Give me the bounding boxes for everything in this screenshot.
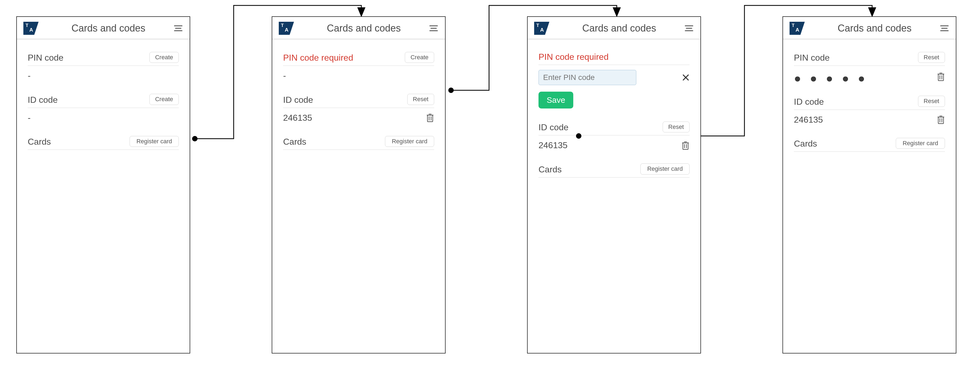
svg-text:T: T bbox=[25, 23, 29, 28]
svg-rect-28 bbox=[683, 143, 688, 149]
id-value: 246135 bbox=[283, 113, 312, 123]
pin-reset-button[interactable]: Reset bbox=[918, 52, 945, 63]
register-card-button[interactable]: Register card bbox=[896, 138, 945, 149]
id-section: ID code Reset 246135 bbox=[283, 94, 434, 123]
id-section: ID code Reset 246135 bbox=[538, 121, 690, 150]
svg-text:A: A bbox=[29, 27, 33, 33]
panel-header: T A Cards and codes bbox=[17, 17, 189, 39]
menu-icon[interactable] bbox=[173, 23, 183, 33]
id-value: 246135 bbox=[538, 140, 568, 150]
flow-dot bbox=[192, 136, 197, 141]
cards-section: Cards Register card bbox=[538, 163, 690, 177]
pin-label: PIN code bbox=[794, 53, 830, 63]
trash-icon[interactable] bbox=[937, 115, 945, 124]
pin-section: PIN code required Create - bbox=[283, 52, 434, 81]
id-section: ID code Create - bbox=[28, 94, 179, 123]
pin-section: PIN code Create - bbox=[28, 52, 179, 81]
flow-dot bbox=[448, 88, 454, 93]
id-reset-button[interactable]: Reset bbox=[663, 121, 690, 133]
register-card-button[interactable]: Register card bbox=[130, 136, 179, 147]
id-label: ID code bbox=[28, 95, 57, 105]
id-value: 246135 bbox=[794, 115, 823, 125]
cards-label: Cards bbox=[283, 137, 306, 147]
pin-value: - bbox=[28, 71, 31, 81]
register-card-button[interactable]: Register card bbox=[385, 136, 434, 147]
pin-input[interactable] bbox=[538, 70, 636, 85]
pin-create-button[interactable]: Create bbox=[405, 52, 434, 63]
trash-icon[interactable] bbox=[426, 113, 434, 122]
svg-text:T: T bbox=[536, 23, 539, 28]
page-title: Cards and codes bbox=[299, 22, 429, 34]
menu-icon[interactable] bbox=[940, 23, 949, 33]
pin-label: PIN code bbox=[28, 53, 64, 63]
id-section: ID code Reset 246135 bbox=[794, 96, 945, 125]
app-logo: T A bbox=[534, 22, 549, 35]
trash-icon[interactable] bbox=[937, 72, 945, 81]
panel-step-4: T A Cards and codes PIN code Reset ● ● ●… bbox=[783, 16, 956, 353]
header-divider bbox=[783, 39, 956, 40]
svg-text:T: T bbox=[281, 23, 284, 28]
pin-value-masked: ● ● ● ● ● bbox=[794, 72, 868, 84]
svg-rect-40 bbox=[938, 74, 943, 81]
svg-rect-45 bbox=[938, 117, 943, 124]
id-reset-button[interactable]: Reset bbox=[407, 94, 434, 105]
svg-text:A: A bbox=[795, 27, 799, 33]
pin-value: - bbox=[283, 71, 286, 81]
svg-text:T: T bbox=[792, 23, 795, 28]
id-value: - bbox=[28, 113, 31, 123]
id-label: ID code bbox=[283, 95, 313, 105]
panel-step-3: T A Cards and codes PIN code required bbox=[527, 16, 701, 353]
cards-label: Cards bbox=[794, 139, 817, 149]
cards-label: Cards bbox=[28, 137, 51, 147]
cards-label: Cards bbox=[538, 165, 562, 174]
pin-section: PIN code Reset ● ● ● ● ● bbox=[794, 52, 945, 83]
pin-label-required: PIN code required bbox=[538, 52, 609, 62]
panel-header: T A Cards and codes bbox=[783, 17, 956, 39]
close-icon[interactable] bbox=[682, 74, 690, 81]
panel-header: T A Cards and codes bbox=[528, 17, 700, 39]
app-logo: T A bbox=[23, 22, 38, 35]
svg-text:A: A bbox=[540, 27, 544, 33]
panel-header: T A Cards and codes bbox=[272, 17, 445, 39]
pin-label-required: PIN code required bbox=[283, 53, 353, 63]
pin-section: PIN code required Save bbox=[538, 52, 690, 109]
cards-section: Cards Register card bbox=[794, 138, 945, 152]
id-label: ID code bbox=[794, 97, 824, 107]
svg-rect-14 bbox=[427, 115, 433, 122]
header-divider bbox=[17, 39, 189, 40]
register-card-button[interactable]: Register card bbox=[640, 163, 690, 174]
app-logo: T A bbox=[789, 22, 805, 35]
page-title: Cards and codes bbox=[810, 22, 940, 34]
page-title: Cards and codes bbox=[43, 22, 173, 34]
id-create-button[interactable]: Create bbox=[150, 94, 179, 105]
pin-create-button[interactable]: Create bbox=[150, 52, 179, 63]
flow-dot bbox=[576, 133, 581, 139]
menu-icon[interactable] bbox=[429, 23, 439, 33]
save-button[interactable]: Save bbox=[538, 92, 573, 109]
header-divider bbox=[272, 39, 445, 40]
cards-section: Cards Register card bbox=[28, 136, 179, 150]
header-divider bbox=[528, 39, 700, 40]
id-reset-button[interactable]: Reset bbox=[918, 96, 945, 107]
app-logo: T A bbox=[279, 22, 294, 35]
trash-icon[interactable] bbox=[681, 141, 690, 150]
page-title: Cards and codes bbox=[554, 22, 684, 34]
id-label: ID code bbox=[538, 122, 568, 133]
panel-step-1: T A Cards and codes PIN code Create - bbox=[16, 16, 190, 353]
menu-icon[interactable] bbox=[684, 23, 694, 33]
panel-step-2: T A Cards and codes PIN code required Cr… bbox=[272, 16, 445, 353]
cards-section: Cards Register card bbox=[283, 136, 434, 150]
svg-text:A: A bbox=[285, 27, 288, 33]
